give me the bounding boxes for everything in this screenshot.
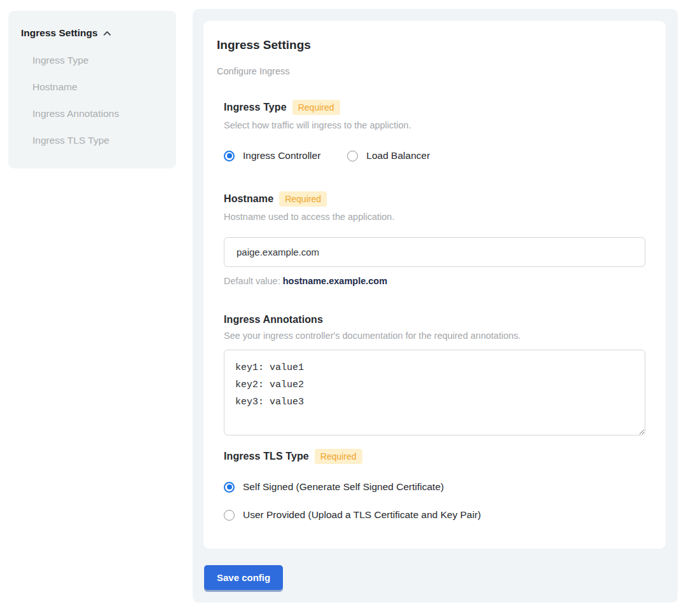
hostname-group: Hostname Required Hostname used to acces… [224,191,645,286]
sidebar-item-hostname[interactable]: Hostname [32,82,163,92]
radio-label: Self Signed (Generate Self Signed Certif… [243,481,444,493]
save-row: Save config [204,565,667,590]
required-badge: Required [279,191,327,207]
default-value-prefix: Default value: [224,276,283,286]
ingress-type-help: Select how traffic will ingress to the a… [224,120,645,130]
hostname-input[interactable] [224,237,645,267]
page-subtitle: Configure Ingress [217,66,652,76]
form-sections: Ingress Type Required Select how traffic… [224,100,645,521]
radio-label: Ingress Controller [243,150,320,161]
main-panel: Ingress Settings Configure Ingress Ingre… [193,9,678,603]
ingress-tls-type-options: Self Signed (Generate Self Signed Certif… [224,481,645,521]
settings-sidebar: Ingress Settings Ingress Type Hostname I… [8,11,176,168]
sidebar-item-ingress-type[interactable]: Ingress Type [32,55,163,65]
ingress-type-label: Ingress Type [224,102,287,113]
radio-unselected-icon [224,510,235,521]
radio-label: Load Balancer [366,150,430,161]
sidebar-item-ingress-tls-type[interactable]: Ingress TLS Type [32,135,163,146]
ingress-annotations-textarea[interactable]: key1: value1 key2: value2 key3: value3 [224,350,645,435]
radio-ingress-controller[interactable]: Ingress Controller [224,150,320,161]
hostname-help: Hostname used to access the application. [224,212,645,222]
chevron-up-icon [102,29,112,38]
ingress-annotations-help: See your ingress controller's documentat… [224,331,645,341]
ingress-type-group: Ingress Type Required Select how traffic… [224,100,645,161]
hostname-default-value: Default value: hostname.example.com [224,276,645,286]
sidebar-item-ingress-annotations[interactable]: Ingress Annotations [32,109,163,119]
ingress-annotations-label: Ingress Annotations [224,314,323,325]
ingress-tls-type-group: Ingress TLS Type Required Self Signed (G… [224,449,645,521]
ingress-tls-type-label: Ingress TLS Type [224,451,309,462]
ingress-annotations-group: Ingress Annotations See your ingress con… [224,314,645,435]
sidebar-section-title: Ingress Settings [21,27,98,39]
sidebar-nav: Ingress Type Hostname Ingress Annotation… [21,55,163,146]
radio-unselected-icon [347,151,358,161]
radio-selected-icon [224,482,235,493]
radio-self-signed[interactable]: Self Signed (Generate Self Signed Certif… [224,481,645,493]
sidebar-section-ingress-settings[interactable]: Ingress Settings [21,27,163,39]
radio-load-balancer[interactable]: Load Balancer [347,150,430,161]
required-badge: Required [292,100,340,115]
ingress-type-options: Ingress Controller Load Balancer [224,150,645,161]
page-title: Ingress Settings [217,38,652,52]
required-badge: Required [315,449,362,464]
radio-user-provided[interactable]: User Provided (Upload a TLS Certificate … [224,509,645,521]
default-value-text: hostname.example.com [283,276,387,286]
radio-label: User Provided (Upload a TLS Certificate … [243,509,481,521]
hostname-label: Hostname [224,193,273,205]
ingress-settings-card: Ingress Settings Configure Ingress Ingre… [203,21,666,549]
radio-selected-icon [224,151,235,161]
save-config-button[interactable]: Save config [204,565,283,590]
